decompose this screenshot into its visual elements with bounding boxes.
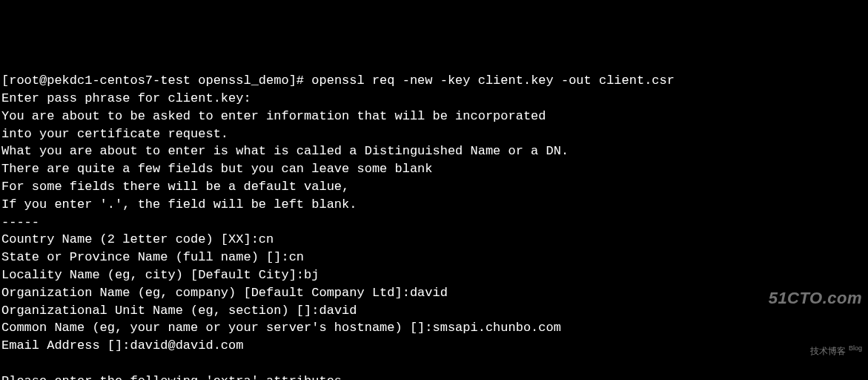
ou-value: david [319,304,357,318]
ou-prompt: Organizational Unit Name (eg, section) [… [1,304,319,318]
command-text: openssl req -new -key client.key -out cl… [311,73,675,88]
intro-line-3: What you are about to enter is what is c… [1,144,569,158]
org-prompt: Organization Name (eg, company) [Default… [1,286,410,300]
cn-value: smsapi.chunbo.com [433,321,561,335]
intro-line-6: If you enter '.', the field will be left… [1,197,357,212]
divider: ----- [1,215,39,229]
passphrase-prompt: Enter pass phrase for client.key: [1,91,251,105]
shell-prompt: [root@pekdc1-centos7-test openssl_demo]# [1,73,311,88]
email-value: david@david.com [130,338,243,353]
country-prompt: Country Name (2 letter code) [XX]: [1,232,259,246]
locality-prompt: Locality Name (eg, city) [Default City]: [1,268,304,282]
intro-line-1: You are about to be asked to enter infor… [1,109,546,123]
locality-value: bj [304,268,319,282]
intro-line-5: For some fields there will be a default … [1,180,349,194]
country-value: cn [259,232,274,246]
intro-line-2: into your certificate request. [1,127,228,141]
state-prompt: State or Province Name (full name) []: [1,250,289,264]
state-value: cn [289,250,304,264]
cn-prompt: Common Name (eg, your name or your serve… [1,321,433,335]
terminal-output[interactable]: [root@pekdc1-centos7-test openssl_demo]#… [1,72,867,380]
extra-header-1: Please enter the following 'extra' attri… [1,374,342,380]
intro-line-4: There are quite a few fields but you can… [1,162,433,176]
org-value: david [410,286,448,300]
email-prompt: Email Address []: [1,338,130,353]
